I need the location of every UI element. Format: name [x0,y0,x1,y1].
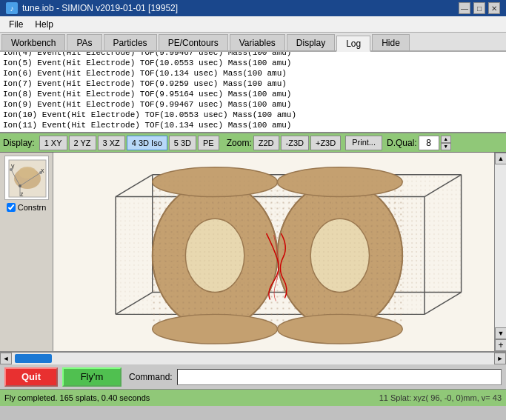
hscroll-left-arrow[interactable]: ◄ [0,353,12,364]
dqual-value: 8 [419,136,439,150]
log-line: Ion(5) Event(Hit Electrode) TOF(10.0553 … [3,58,503,68]
log-line: Ion(8) Event(Hit Electrode) TOF(9.95164 … [3,89,503,99]
zoom-plus-z3d-button[interactable]: +Z3D [310,136,341,150]
constr-check-input[interactable] [7,203,16,212]
log-line: Ion(6) Event(Hit Electrode) TOF(10.134 u… [3,68,503,79]
app-icon: ♪ [6,2,18,14]
status-bar: Fly completed. 165 splats, 0.40 seconds … [0,390,506,406]
display-3xz-button[interactable]: 3 XZ [98,136,125,150]
svg-point-11 [10,168,13,171]
constr-checkbox[interactable]: Constrn [7,203,47,212]
tab-pe-contours[interactable]: PE/Contours [159,34,228,50]
display-2yz-button[interactable]: 2 YZ [69,136,96,150]
scroll-down-arrow[interactable]: ▼ [495,327,506,339]
scroll-track[interactable] [495,164,506,327]
dqual-spinners: ▲ ▼ [441,136,451,150]
constr-label: Constrn [18,203,47,212]
svg-point-9 [19,184,21,187]
display-pe-button[interactable]: PE [198,136,219,150]
dqual-down-button[interactable]: ▼ [441,143,451,150]
menu-bar: File Help [0,16,506,33]
flym-button[interactable]: Fly'm [62,367,121,387]
hscroll-thumb [15,354,52,363]
log-line: Ion(11) Event(Hit Electrode) TOF(10.134 … [3,120,503,130]
tab-particles[interactable]: Particles [104,34,157,50]
menu-help[interactable]: Help [29,18,59,31]
svg-text:z: z [20,190,24,198]
log-area: Ion(4) Event(Hit Electrode) TOF(9.99467 … [0,52,506,133]
command-label: Command: [129,372,173,382]
hscroll-track[interactable] [12,353,494,364]
svg-rect-40 [116,197,153,315]
tab-workbench[interactable]: Workbench [1,34,65,50]
dqual-up-button[interactable]: ▲ [441,136,451,143]
svg-point-10 [39,171,42,174]
tab-pas[interactable]: PAs [67,34,101,50]
tab-bar: Workbench PAs Particles PE/Contours Vari… [0,33,506,52]
quit-button[interactable]: Quit [4,367,58,387]
display-4iso-button[interactable]: 4 3D Iso [127,136,167,150]
corner-plus-button[interactable]: + [495,339,506,351]
log-line: Ion(10) Event(Hit Electrode) TOF(10.0553… [3,110,503,120]
dqual-label: D.Qual: [387,138,417,148]
right-scrollbar: ▲ ▼ + [494,153,506,351]
tab-variables[interactable]: Variables [230,34,285,50]
action-bar: Quit Fly'm Command: [0,364,506,390]
log-line: Ion(9) Event(Hit Electrode) TOF(9.99467 … [3,99,503,110]
log-line: Ion(4) Event(Hit Electrode) TOF(9.99467 … [3,52,503,58]
axes-view: y x z [4,156,49,200]
zoom-label: Zoom: [227,138,252,148]
svg-point-36 [277,314,402,344]
scene-svg [53,153,494,351]
display-5-3d-button[interactable]: 5 3D [169,136,196,150]
display-1xy-button[interactable]: 1 XY [39,136,67,150]
tab-log[interactable]: Log [336,36,370,52]
minimize-button[interactable]: — [459,2,470,14]
svg-point-31 [153,314,278,344]
3d-viewport[interactable] [53,153,494,351]
maximize-button[interactable]: □ [473,2,485,14]
left-panel: y x z Constrn [0,153,53,351]
title-controls: — □ ✕ [459,2,500,14]
display-label: Display: [3,138,35,148]
status-right: 11 Splat: xyz( 96, -0, 0)mm, v= 43 [379,393,502,402]
bottom-scrollbar: ◄ ► [0,353,506,364]
scroll-up-arrow[interactable]: ▲ [495,153,506,164]
status-left: Fly completed. 165 splats, 0.40 seconds [4,393,379,402]
title-bar: ♪ tune.iob - SIMION v2019-01-01 [19952] … [0,0,506,16]
menu-file[interactable]: File [3,18,29,31]
command-input[interactable] [177,369,502,385]
title-left: ♪ tune.iob - SIMION v2019-01-01 [19952] [6,2,178,14]
close-button[interactable]: ✕ [488,2,500,14]
log-line: Ion(7) Event(Hit Electrode) TOF(9.9259 u… [3,79,503,89]
print-button[interactable]: Print... [345,136,382,150]
svg-rect-41 [387,197,425,315]
tab-display[interactable]: Display [287,34,335,50]
zoom-z2d-button[interactable]: Z2D [253,136,279,150]
zoom-minus-z3d-button[interactable]: -Z3D [281,136,309,150]
display-controls: Display: 1 XY 2 YZ 3 XZ 4 3D Iso 5 3D PE… [0,133,506,153]
viewport-container: y x z Constrn [0,153,506,353]
tab-hide[interactable]: Hide [372,34,410,50]
hscroll-right-arrow[interactable]: ► [494,353,506,364]
window-title: tune.iob - SIMION v2019-01-01 [19952] [22,3,178,13]
